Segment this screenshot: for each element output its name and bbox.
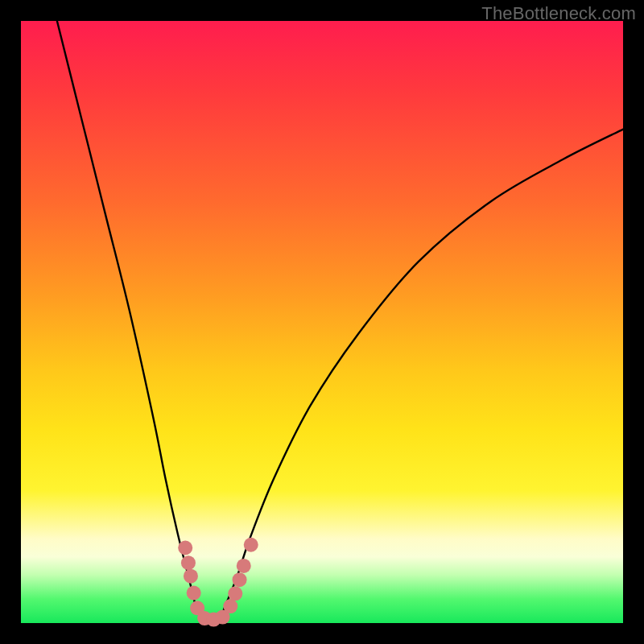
data-marker [178, 541, 192, 555]
bottleneck-curve [57, 21, 623, 622]
data-marker [223, 599, 237, 613]
data-marker [187, 586, 201, 601]
data-marker [181, 555, 196, 570]
data-marker [237, 559, 251, 573]
chart-svg [21, 21, 623, 623]
data-marker [244, 538, 258, 552]
chart-frame [21, 21, 623, 623]
data-marker [184, 569, 198, 584]
data-marker [228, 586, 242, 601]
data-marker [233, 572, 247, 587]
